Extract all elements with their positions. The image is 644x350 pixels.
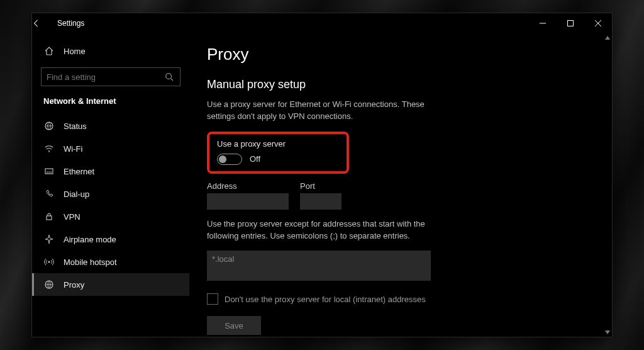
local-addresses-label: Don't use the proxy server for local (in… [225, 295, 426, 304]
sidebar-item-ethernet[interactable]: Ethernet [32, 160, 189, 183]
page-title: Proxy [207, 45, 594, 64]
sidebar-item-wifi[interactable]: Wi-Fi [32, 137, 189, 160]
save-button-label: Save [225, 321, 243, 330]
sidebar-item-label: Proxy [64, 280, 84, 290]
back-button[interactable] [32, 19, 57, 28]
scroll-up-arrow[interactable] [603, 33, 612, 42]
category-header: Network & Internet [32, 95, 189, 115]
search-icon [164, 71, 175, 82]
sidebar-item-vpn[interactable]: VPN [32, 205, 189, 228]
proxy-toggle-label: Use a proxy server [217, 139, 339, 149]
home-label: Home [64, 47, 86, 56]
sidebar-item-dialup[interactable]: Dial-up [32, 183, 189, 205]
toggle-knob [219, 155, 226, 163]
address-input[interactable] [207, 193, 289, 210]
search-input[interactable] [47, 72, 164, 82]
scrollbar[interactable] [603, 33, 612, 337]
sidebar-item-status[interactable]: Status [32, 115, 189, 137]
minimize-button[interactable] [529, 13, 557, 33]
save-button[interactable]: Save [207, 316, 261, 335]
ethernet-icon [43, 166, 55, 177]
hotspot-icon [43, 256, 55, 268]
vpn-icon [43, 211, 55, 222]
port-input[interactable] [300, 193, 341, 210]
section-description: Use a proxy server for Ethernet or Wi-Fi… [207, 99, 433, 123]
svg-line-3 [171, 79, 174, 81]
sidebar-item-label: Wi-Fi [64, 144, 82, 154]
status-icon [43, 120, 55, 132]
main-content: Proxy Manual proxy setup Use a proxy ser… [189, 33, 612, 337]
search-input-wrap[interactable] [41, 67, 180, 86]
exceptions-input[interactable] [207, 251, 431, 281]
section-title: Manual proxy setup [207, 78, 594, 91]
svg-rect-10 [47, 216, 52, 220]
sidebar-item-label: Dial-up [64, 189, 89, 199]
local-addresses-checkbox[interactable] [207, 293, 218, 305]
settings-window: Settings Home Networ [31, 13, 613, 337]
globe-icon [43, 279, 55, 290]
sidebar-item-label: Status [64, 121, 87, 131]
sidebar: Home Network & Internet Status Wi-Fi [32, 33, 189, 337]
home-icon [43, 45, 55, 57]
titlebar: Settings [32, 13, 612, 33]
sidebar-item-label: Airplane mode [64, 235, 116, 244]
proxy-toggle-highlight: Use a proxy server Off [207, 132, 349, 174]
window-title: Settings [57, 19, 84, 28]
wifi-icon [43, 143, 55, 154]
svg-point-11 [48, 261, 50, 263]
address-label: Address [207, 181, 289, 191]
svg-point-5 [48, 151, 50, 152]
sidebar-item-label: Ethernet [64, 167, 94, 176]
sidebar-item-label: Mobile hotspot [64, 257, 117, 267]
airplane-icon [43, 234, 55, 245]
svg-point-2 [166, 74, 172, 79]
close-button[interactable] [584, 13, 612, 33]
scroll-down-arrow[interactable] [603, 328, 612, 337]
proxy-toggle[interactable] [217, 154, 242, 165]
maximize-button[interactable] [557, 13, 584, 33]
sidebar-item-label: VPN [64, 212, 80, 222]
dialup-icon [43, 188, 55, 200]
proxy-toggle-state: Off [250, 154, 260, 164]
home-button[interactable]: Home [32, 40, 189, 62]
svg-rect-1 [568, 21, 574, 26]
sidebar-item-airplane[interactable]: Airplane mode [32, 228, 189, 251]
port-label: Port [300, 181, 341, 191]
sidebar-item-proxy[interactable]: Proxy [32, 273, 189, 296]
exceptions-description: Use the proxy server except for addresse… [207, 218, 433, 242]
sidebar-item-hotspot[interactable]: Mobile hotspot [32, 251, 189, 273]
